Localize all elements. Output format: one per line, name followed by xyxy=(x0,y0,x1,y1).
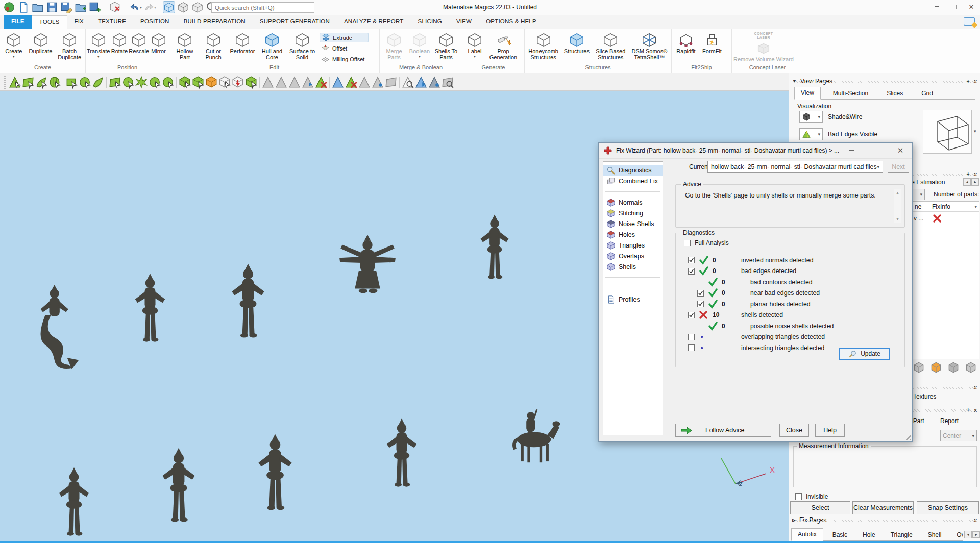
fixtab-scroll-left-icon[interactable]: ◂ xyxy=(964,531,972,538)
mark-sphere-tool-icon[interactable] xyxy=(121,76,135,89)
mark-cube-tool-icon[interactable] xyxy=(178,76,191,89)
rotate-button[interactable]: Rotate xyxy=(110,31,129,54)
hull-and-core-button[interactable]: Hull and Core xyxy=(257,31,287,61)
machine-icon[interactable] xyxy=(947,361,960,374)
tab-position[interactable]: POSITION xyxy=(133,15,177,29)
honeycomb-structures-button[interactable]: Honeycomb Structures xyxy=(526,31,561,61)
dialog-minimize-button[interactable] xyxy=(847,146,856,155)
part-figure-deity[interactable] xyxy=(159,447,198,533)
name-column-header[interactable]: ne xyxy=(913,203,932,210)
import-part-icon[interactable] xyxy=(75,1,87,13)
fix-page-holes[interactable]: Holes xyxy=(603,229,663,240)
textures-tab[interactable]: Textures xyxy=(913,393,936,400)
select-through-tool-icon[interactable] xyxy=(301,76,314,89)
dropdown-icon[interactable]: ▾ xyxy=(474,55,476,59)
fix-tab-shell[interactable]: Shell xyxy=(922,529,948,541)
dsm-somos-tetrashell--button[interactable]: DSM Somos® TetraShell™ xyxy=(629,31,670,61)
remove-part-icon[interactable] xyxy=(109,1,121,13)
minimize-button[interactable] xyxy=(932,2,941,11)
diagnostic-checkbox[interactable] xyxy=(688,334,695,340)
tab-fix[interactable]: FIX xyxy=(67,15,91,29)
next-button[interactable]: Next xyxy=(888,161,909,173)
redo-icon[interactable]: ▾ xyxy=(143,1,155,13)
diagnostic-checkbox[interactable] xyxy=(688,344,695,351)
part-tab-report[interactable]: Report xyxy=(940,417,959,425)
remove-volume-wizard-button[interactable]: CONCEPTLASERRemove Volume Wizard xyxy=(733,31,794,62)
dropdown-icon[interactable]: ▾ xyxy=(154,5,156,10)
diagnostic-checkbox[interactable] xyxy=(697,301,704,307)
tab-file[interactable]: FILE xyxy=(4,15,32,29)
boolean-button[interactable]: Boolean▾ xyxy=(407,31,432,59)
undo-icon[interactable]: ▾ xyxy=(129,1,141,13)
search-input[interactable] xyxy=(211,2,314,13)
scroll-up-icon[interactable]: ▴ xyxy=(896,190,898,195)
center-dropdown[interactable]: Center ▾ xyxy=(940,430,977,441)
delete-marked-tool-icon[interactable] xyxy=(345,76,358,89)
surface-to-solid-button[interactable]: Surface to Solid xyxy=(287,31,317,61)
duplicate-button[interactable]: Duplicate xyxy=(27,31,55,54)
fix-tab-autofix[interactable]: Autofix xyxy=(791,528,823,541)
orientation-cube-preview[interactable] xyxy=(923,110,972,154)
view-tab-multi-section[interactable]: Multi-Section xyxy=(827,88,874,100)
marked-plane-tool-icon[interactable] xyxy=(384,76,398,89)
label-button[interactable]: Label▾ xyxy=(463,31,486,59)
help-button[interactable]: Help xyxy=(815,424,845,437)
screenshot-icon[interactable] xyxy=(964,17,975,26)
fix-page-shells[interactable]: Shells xyxy=(603,261,663,272)
fixtab-scroll-right-icon[interactable]: ▸ xyxy=(972,531,980,538)
formfit-button[interactable]: FormFit xyxy=(699,31,725,54)
triangle-info-tool-icon[interactable] xyxy=(428,76,441,89)
fix-page-diagnostics[interactable]: Diagnostics xyxy=(603,165,663,176)
tab-options-help[interactable]: OPTIONS & HELP xyxy=(479,15,544,29)
export-part-icon[interactable] xyxy=(89,1,101,13)
dropdown-icon[interactable]: ▾ xyxy=(140,5,142,10)
milling-offset-button[interactable]: Milling Offset xyxy=(320,54,369,64)
part-figure-rider[interactable] xyxy=(500,396,566,477)
snap-settings-button[interactable]: Snap Settings xyxy=(917,501,979,514)
unmark-cube-tool-icon[interactable] xyxy=(218,76,231,89)
clear-marked-tool-icon[interactable] xyxy=(314,76,328,89)
part-row[interactable]: v ... xyxy=(913,212,979,225)
select-button[interactable]: Select xyxy=(790,501,850,514)
dropdown-icon[interactable]: ▾ xyxy=(13,55,15,59)
list-settings-icon[interactable] xyxy=(964,361,977,374)
fix-tab-hole[interactable]: Hole xyxy=(856,529,881,541)
tab-scroll-right-icon[interactable]: ▸ xyxy=(971,178,979,186)
fix-page-combined-fix[interactable]: Combined Fix xyxy=(603,176,663,186)
brush-selection-tool-icon[interactable] xyxy=(78,76,91,89)
part-figure-deity[interactable] xyxy=(384,408,420,506)
translate-button[interactable]: Translate▾ xyxy=(87,31,110,59)
part-figure-multiarm[interactable] xyxy=(334,235,401,306)
tab-slicing[interactable]: SLICING xyxy=(411,15,449,29)
mark-open-box-tool-icon[interactable] xyxy=(191,76,205,89)
cut-or-punch-button[interactable]: Cut or Punch xyxy=(199,31,228,61)
close-button[interactable]: ✕ xyxy=(967,2,976,11)
plane-zoom-tool-icon[interactable] xyxy=(441,76,454,89)
invisible-option[interactable]: Invisible xyxy=(795,493,828,500)
fix-page-overlaps[interactable]: Overlaps xyxy=(603,251,663,261)
unzoom-part-icon[interactable] xyxy=(177,1,189,13)
marked-region-tool-icon[interactable] xyxy=(371,76,384,89)
clear-measurements-button[interactable]: Clear Measurements xyxy=(852,501,914,514)
part-figure-mermaid[interactable] xyxy=(35,284,86,371)
rescale-button[interactable]: Rescale xyxy=(129,31,149,54)
tab-scroll-left-icon[interactable]: ◂ xyxy=(963,178,971,186)
dropdown-icon[interactable]: ▾ xyxy=(97,55,100,59)
texture-icon[interactable] xyxy=(929,361,943,374)
mark-shell-tool-icon[interactable] xyxy=(48,76,61,89)
mark-plane-tool-icon[interactable] xyxy=(21,76,35,89)
fix-page-normals[interactable]: Normals xyxy=(603,197,663,208)
create-button[interactable]: Create▾ xyxy=(1,31,27,59)
advice-scrollbar[interactable]: ▴ ▾ xyxy=(894,189,901,223)
merge-parts-button[interactable]: Merge Parts xyxy=(381,31,407,61)
freeform-curve-tool-icon[interactable] xyxy=(91,76,105,89)
dialog-close-button[interactable]: ✕ xyxy=(896,146,905,155)
shrink-selection-tool-icon[interactable] xyxy=(275,76,288,89)
mark-window-tool-icon[interactable] xyxy=(108,76,121,89)
rapidfit-button[interactable]: Rapidfit xyxy=(673,31,699,54)
mirror-button[interactable]: Mirror xyxy=(149,31,168,54)
marked-stack-tool-icon[interactable] xyxy=(358,76,371,89)
fixinfo-column-header[interactable]: FixInfo xyxy=(932,203,974,210)
save-as-icon[interactable] xyxy=(60,1,72,13)
structures-button[interactable]: Structures xyxy=(561,31,592,54)
